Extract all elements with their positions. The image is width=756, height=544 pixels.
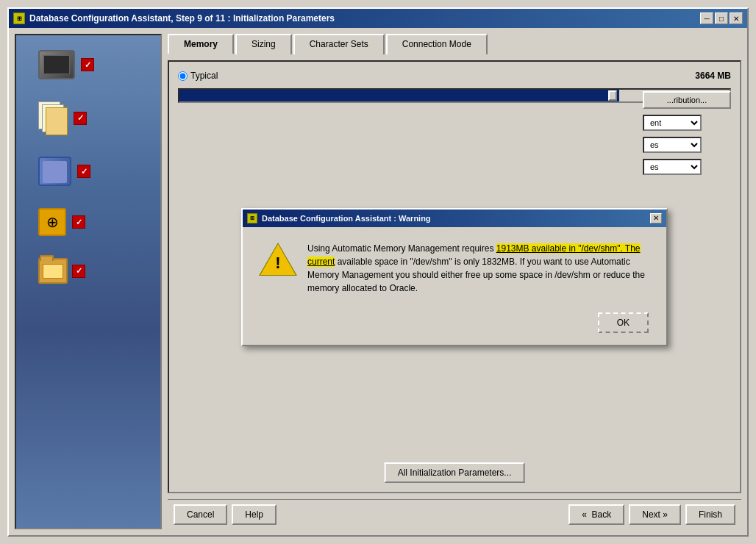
ok-button[interactable]: OK <box>598 312 649 333</box>
checkmark-3: ✓ <box>77 165 90 178</box>
folder-icon-row: ✓ <box>24 258 153 284</box>
right-buttons: « Back Next » Finish <box>568 504 735 525</box>
folder-icon <box>38 258 68 284</box>
tab-memory[interactable]: Memory <box>168 34 234 54</box>
content-area: ✓ ✓ ✓ ⊕ <box>9 28 747 535</box>
warning-dialog: ⊞ Database Configuration Assistant : War… <box>241 208 668 346</box>
finish-button[interactable]: Finish <box>685 504 735 525</box>
checkmark-2: ✓ <box>74 112 87 125</box>
tab-sizing[interactable]: Sizing <box>235 34 292 54</box>
minimize-button[interactable]: ─ <box>700 12 713 24</box>
dialog-footer: OK <box>243 307 666 345</box>
left-buttons: Cancel Help <box>174 504 277 525</box>
database-icon-row: ✓ <box>24 157 153 186</box>
cancel-button[interactable]: Cancel <box>174 504 227 525</box>
docs-icon-row: ✓ <box>24 101 153 135</box>
chip-icon <box>38 50 75 79</box>
bottom-bar: Cancel Help « Back Next » Finish <box>168 499 741 529</box>
tab-content-memory: Typical 3664 MB ...ribution... <box>168 60 741 493</box>
restore-button[interactable]: □ <box>715 12 728 24</box>
title-bar: ⊞ Database Configuration Assistant, Step… <box>9 9 747 28</box>
window-title: Database Configuration Assistant, Step 9… <box>29 13 335 24</box>
dialog-title: Database Configuration Assistant : Warni… <box>262 214 431 223</box>
puzzle-icon-row: ⊕ ✓ <box>24 208 153 236</box>
main-window: ⊞ Database Configuration Assistant, Step… <box>7 7 749 537</box>
tabs-row: Memory Sizing Character Sets Connection … <box>168 34 741 54</box>
help-button[interactable]: Help <box>232 504 277 525</box>
database-icon <box>38 157 71 186</box>
tab-character-sets[interactable]: Character Sets <box>293 34 385 54</box>
chip-icon-row: ✓ <box>24 50 153 79</box>
checkmark-1: ✓ <box>81 58 94 71</box>
right-panel: Memory Sizing Character Sets Connection … <box>168 34 741 529</box>
tab-connection-mode[interactable]: Connection Mode <box>386 34 488 54</box>
checkmark-4: ✓ <box>72 215 85 229</box>
app-icon: ⊞ <box>13 12 25 24</box>
docs-icon <box>38 101 68 135</box>
left-panel: ✓ ✓ ✓ ⊕ <box>15 34 162 529</box>
checkmark-5: ✓ <box>72 265 85 278</box>
dialog-message: Using Automatic Memory Management requir… <box>307 242 649 295</box>
dialog-overlay: ⊞ Database Configuration Assistant : War… <box>169 62 740 492</box>
back-button[interactable]: « Back <box>568 504 624 525</box>
dialog-title-bar: ⊞ Database Configuration Assistant : War… <box>243 210 666 227</box>
dialog-body: ! Using Automatic Memory Management requ… <box>243 227 666 307</box>
warning-icon: ! <box>260 242 296 277</box>
dialog-app-icon: ⊞ <box>247 213 257 223</box>
close-button[interactable]: ✕ <box>730 12 743 24</box>
dialog-close-button[interactable]: ✕ <box>650 213 662 223</box>
puzzle-icon: ⊕ <box>38 208 66 236</box>
next-button[interactable]: Next » <box>629 504 681 525</box>
